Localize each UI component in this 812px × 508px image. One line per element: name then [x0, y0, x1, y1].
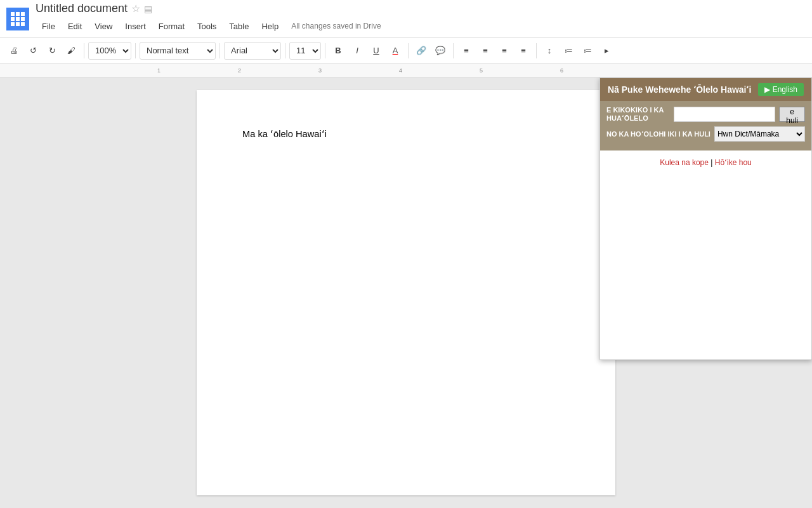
- save-status: All changes saved in Drive: [291, 22, 381, 30]
- separator-3: [219, 43, 220, 58]
- doc-title-area: Untitled document ☆ ▤ File Edit View Ins…: [36, 2, 806, 36]
- dict-lang-button[interactable]: ▶ English: [758, 83, 804, 96]
- dict-body: Kulea na kope | Hōʻike hou: [600, 150, 811, 180]
- separator-7: [453, 43, 454, 58]
- separator-1: [84, 43, 84, 58]
- align-center-button[interactable]: ≡: [476, 42, 494, 60]
- menu-help[interactable]: Help: [255, 19, 285, 34]
- separator-6: [408, 43, 409, 58]
- menu-bar: File Edit View Insert Format Tools Table…: [36, 17, 806, 36]
- result-label: NO KA HOʻOLOHI IKI I KA HULI: [606, 130, 710, 138]
- ruler-mark-5: 5: [480, 67, 483, 74]
- menu-tools[interactable]: Tools: [191, 19, 223, 34]
- paint-format-button[interactable]: 🖌: [62, 42, 80, 60]
- italic-button[interactable]: I: [348, 42, 366, 60]
- zoom-select[interactable]: 100%: [88, 42, 131, 60]
- doc-text[interactable]: Ma ka ʻōlelo Hawaiʻi: [242, 128, 570, 139]
- separator-5: [325, 43, 325, 58]
- copy-link[interactable]: Kulea na kope: [660, 158, 709, 167]
- ruler-mark-2: 2: [238, 67, 241, 74]
- separator-4: [285, 43, 285, 58]
- style-select[interactable]: Normal text: [140, 42, 216, 60]
- main-area: Ma ka ʻōlelo Hawaiʻi Nā Puke Wehewehe ʻŌ…: [0, 77, 812, 508]
- dictionary-panel: Nā Puke Wehewehe ʻŌlelo Hawaiʻi ▶ Englis…: [599, 77, 812, 360]
- underline-button[interactable]: U: [367, 42, 385, 60]
- justify-button[interactable]: ≡: [514, 42, 532, 60]
- result-row: NO KA HOʻOLOHI IKI I KA HULI Hwn Dict/Mā…: [606, 126, 805, 142]
- line-spacing-button[interactable]: ↕: [540, 42, 558, 60]
- dict-form: E KIKOKIKO I KA HUAʻŌLELO e huli NO KA H…: [600, 101, 811, 150]
- ordered-list-button[interactable]: ≔: [560, 42, 577, 60]
- more-button[interactable]: ▸: [598, 42, 615, 60]
- comment-button[interactable]: 💬: [431, 42, 449, 60]
- result-select[interactable]: Hwn Dict/Māmaka: [714, 126, 805, 142]
- star-icon[interactable]: ☆: [131, 3, 140, 15]
- separator-2: [135, 43, 136, 58]
- doc-title[interactable]: Untitled document: [36, 2, 128, 15]
- search-button[interactable]: e huli: [779, 107, 805, 122]
- ruler-mark-6: 6: [560, 67, 563, 74]
- align-left-button[interactable]: ≡: [457, 42, 475, 60]
- dict-title: Nā Puke Wehewehe ʻŌlelo Hawaiʻi: [608, 84, 751, 95]
- ruler-inner: 1 2 3 4 5 6: [157, 67, 563, 74]
- folder-icon[interactable]: ▤: [144, 4, 152, 14]
- dict-lang-label: English: [773, 85, 797, 94]
- dict-links: Kulea na kope | Hōʻike hou: [608, 158, 804, 167]
- ruler: 1 2 3 4 5 6: [0, 64, 812, 77]
- dict-header: Nā Puke Wehewehe ʻŌlelo Hawaiʻi ▶ Englis…: [600, 78, 811, 101]
- ruler-mark-1: 1: [157, 67, 160, 74]
- unordered-list-button[interactable]: ≔: [579, 42, 596, 60]
- text-color-button[interactable]: A: [386, 42, 404, 60]
- document-canvas[interactable]: Ma ka ʻōlelo Hawaiʻi: [197, 90, 615, 495]
- play-icon: ▶: [764, 85, 770, 94]
- menu-insert[interactable]: Insert: [119, 19, 152, 34]
- menu-file[interactable]: File: [36, 19, 62, 34]
- apps-icon[interactable]: [6, 8, 29, 30]
- ruler-mark-3: 3: [318, 67, 322, 74]
- search-label: E KIKOKIKO I KA HUAʻŌLELO: [606, 106, 670, 123]
- top-bar: Untitled document ☆ ▤ File Edit View Ins…: [0, 0, 812, 38]
- size-select[interactable]: 11: [289, 42, 321, 60]
- search-input[interactable]: [674, 107, 775, 122]
- doc-title-row: Untitled document ☆ ▤: [36, 2, 806, 15]
- menu-edit[interactable]: Edit: [62, 19, 88, 34]
- menu-table[interactable]: Table: [223, 19, 255, 34]
- print-button[interactable]: 🖨: [5, 42, 23, 60]
- toolbar: 🖨 ↺ ↻ 🖌 100% Normal text Arial 11 B I U …: [0, 38, 812, 64]
- bold-button[interactable]: B: [329, 42, 347, 60]
- separator-8: [536, 43, 537, 58]
- ruler-mark-4: 4: [399, 67, 402, 74]
- redo-button[interactable]: ↻: [43, 42, 61, 60]
- refresh-link[interactable]: Hōʻike hou: [715, 158, 752, 167]
- menu-format[interactable]: Format: [152, 19, 191, 34]
- undo-button[interactable]: ↺: [24, 42, 42, 60]
- menu-view[interactable]: View: [88, 19, 119, 34]
- search-row: E KIKOKIKO I KA HUAʻŌLELO e huli: [606, 106, 805, 123]
- align-right-button[interactable]: ≡: [495, 42, 513, 60]
- font-select[interactable]: Arial: [224, 42, 281, 60]
- link-button[interactable]: 🔗: [412, 42, 430, 60]
